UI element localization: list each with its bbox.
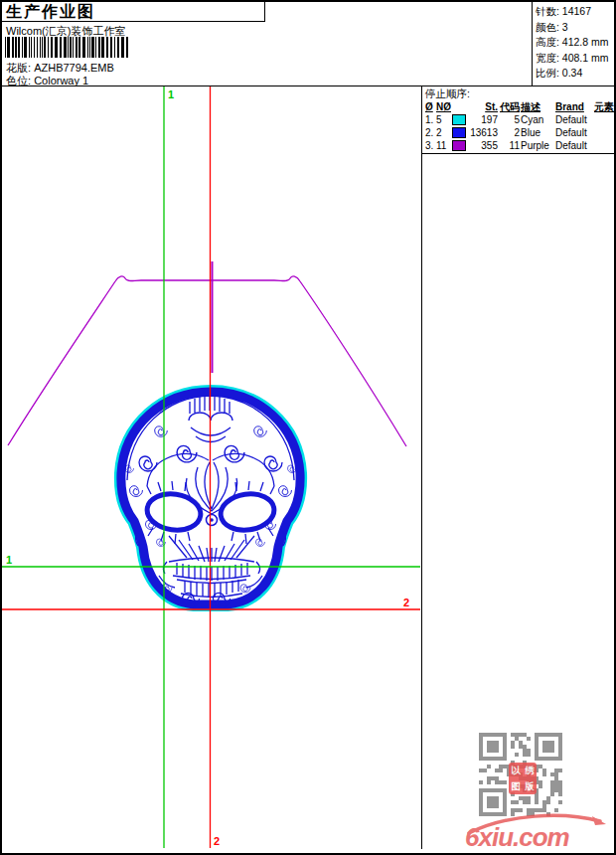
stop-row-needle: 2 bbox=[436, 126, 451, 139]
stop-row-needle: 11 bbox=[436, 139, 451, 152]
design-height: 高度: 412.8 mm bbox=[536, 35, 612, 51]
design-canvas: 1 2 1 2 bbox=[2, 86, 422, 849]
pattern-file-value: AZHB7794.EMB bbox=[34, 62, 114, 74]
stop-row-code: 5 bbox=[499, 113, 520, 126]
site-logo: 6xiu.com bbox=[457, 807, 616, 855]
barcode bbox=[4, 37, 133, 58]
logo-swoosh-tip bbox=[592, 816, 606, 825]
color-swatch-purple bbox=[452, 140, 466, 151]
stop-sequence-table: Ø NØ St. 代码 描述 Brand 元素 1. 5 197 5 Cyan … bbox=[425, 100, 614, 152]
stop-sequence-panel: 停止顺序: Ø NØ St. 代码 描述 Brand 元素 1. 5 197 5… bbox=[421, 86, 614, 154]
stop-row-brand: Default bbox=[555, 113, 593, 126]
stop-sequence-title: 停止顺序: bbox=[425, 87, 614, 100]
pattern-file-label: 花版: bbox=[6, 62, 31, 74]
site-logo-text: 6xiu.com bbox=[465, 822, 570, 852]
stop-row-index: 1. bbox=[425, 113, 435, 126]
design-width: 宽度: 408.1 mm bbox=[536, 51, 612, 67]
col-header-element: 元素 bbox=[594, 100, 614, 113]
col-header-needle: NØ bbox=[436, 100, 451, 113]
color-swatch-blue bbox=[452, 127, 466, 138]
seal-char: 图 bbox=[510, 779, 522, 793]
guide-label-v-green: 1 bbox=[168, 88, 174, 100]
page-title-text: 生产作业图 bbox=[6, 3, 95, 20]
stop-row-needle: 5 bbox=[436, 113, 451, 126]
design-info-panel: 针数: 14167 颜色: 3 高度: 412.8 mm 宽度: 408.1 m… bbox=[532, 2, 612, 86]
seal-char: 版 bbox=[524, 779, 536, 793]
design-scale: 比例: 0.34 bbox=[536, 66, 612, 82]
stop-row-code: 2 bbox=[499, 126, 520, 139]
stop-row-description: Purple bbox=[521, 139, 554, 152]
guide-label-v-red: 2 bbox=[214, 835, 220, 847]
color-swatch-cyan bbox=[452, 114, 466, 125]
stop-row-index: 2. bbox=[425, 126, 435, 139]
stop-row-code: 11 bbox=[499, 139, 520, 152]
stop-row-description: Blue bbox=[521, 126, 554, 139]
seal-char: 绣 bbox=[524, 764, 536, 777]
design-drawing: 1 2 1 2 bbox=[2, 86, 421, 849]
guide-label-h-green: 1 bbox=[6, 554, 12, 566]
stop-row-stitches: 355 bbox=[470, 139, 498, 152]
production-sheet-page: 生产作业图 Wilcom(汇京)装饰工作室 花版: AZHB7794.EMB 色… bbox=[0, 0, 616, 855]
stop-row-description: Cyan bbox=[521, 113, 554, 126]
stitch-count: 针数: 14167 bbox=[536, 4, 612, 20]
seal-char: 以 bbox=[510, 764, 522, 777]
col-header-number: Ø bbox=[425, 100, 435, 113]
stop-row-brand: Default bbox=[555, 126, 593, 139]
guide-label-h-red: 2 bbox=[403, 597, 409, 608]
stop-row-brand: Default bbox=[555, 139, 593, 152]
col-header-brand: Brand bbox=[555, 100, 593, 113]
col-header-stitches: St. bbox=[470, 100, 498, 113]
stop-row-index: 3. bbox=[425, 139, 435, 152]
color-count: 颜色: 3 bbox=[536, 20, 612, 36]
watermark-seal: 以 绣 图 版 bbox=[509, 763, 537, 794]
col-header-code: 代码 bbox=[499, 100, 520, 113]
stop-row-stitches: 13613 bbox=[470, 126, 498, 139]
col-header-description: 描述 bbox=[521, 100, 554, 113]
page-title: 生产作业图 bbox=[2, 2, 265, 22]
stop-row-stitches: 197 bbox=[470, 113, 498, 126]
